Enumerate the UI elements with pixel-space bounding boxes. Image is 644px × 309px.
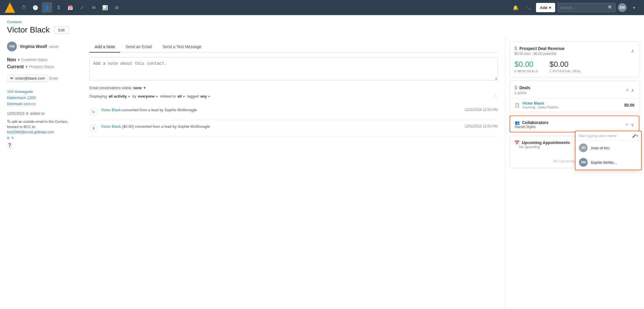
envelope-icon: ✉	[10, 76, 13, 80]
won-amount-block: $0.00 0 WON DEALS	[515, 60, 538, 73]
nav-dollar[interactable]: $	[53, 2, 64, 13]
owner-info: Virginia Woolf owner	[20, 44, 59, 49]
note-textarea[interactable]	[89, 57, 498, 80]
dropdown-avatar-1: SM	[579, 158, 588, 167]
prospect-status-arrow[interactable]: ▼	[25, 65, 28, 69]
email-badge[interactable]: ✉ victor@black.com	[7, 75, 48, 82]
activity-text-0: Victor Black converted from a lead by So…	[101, 108, 461, 112]
collaborators-title-block: 👥 Collaborators Harriet Styles	[515, 120, 548, 129]
edit-button[interactable]: Edit	[54, 26, 69, 34]
owner-row: VW Virginia Woolf owner	[7, 42, 78, 51]
nav-clock[interactable]: 🕐	[30, 2, 41, 13]
deal-list-item: 📋 Victor Black Incoming · Sales Pipeline…	[510, 98, 639, 112]
prospect-status-item: Current ▼ Prospect Status	[7, 64, 78, 69]
email-visible-row: Email conversations visible: none ▼	[89, 86, 498, 90]
copy-icon[interactable]: ⧉	[7, 135, 10, 141]
collaborators-card: 👥 Collaborators Harriet Styles + ∨ 🎤▾	[510, 116, 639, 132]
date-row: 12/02/2019 🗓 added on	[7, 112, 78, 116]
collaborator-search-input[interactable]	[578, 134, 630, 138]
nav-speedometer[interactable]: ⏱	[19, 2, 29, 13]
activity-date-1: 12/02/2019 12:50 PM	[464, 124, 498, 128]
tabs-row: Add a Note Send an Email Send a Text Mes…	[89, 42, 498, 53]
page-header: Contacts Victor Black Edit	[0, 15, 644, 37]
email-visible-arrow[interactable]: ▼	[143, 86, 146, 90]
collaborator-dropdown: 🎤▾ JO Joan of Arc SM Sophie McMo...	[575, 131, 642, 170]
breadcrumb[interactable]: Contacts	[7, 20, 637, 24]
status-section: Non ▼ Customer Status Current ▼ Prospect…	[7, 57, 78, 69]
nav-chart[interactable]: 📊	[100, 2, 110, 13]
tab-send-text[interactable]: Send a Text Message	[157, 42, 206, 53]
user-avatar[interactable]: SM	[618, 3, 627, 12]
tab-send-email[interactable]: Send an Email	[120, 42, 157, 53]
dollar-icon: $	[515, 46, 517, 51]
dropdown-avatar-0: JO	[579, 143, 588, 152]
tab-add-note[interactable]: Add a Note	[89, 42, 120, 53]
activity-text-1: Victor Black ($0.00) converted from a le…	[101, 124, 461, 129]
nav-mail[interactable]: ✉	[88, 2, 99, 13]
nav-phone[interactable]: 📞	[523, 2, 534, 13]
prospect-deal-header: $ Prospect Deal Revenue $0.00 won · $0.0…	[510, 42, 639, 59]
activity-link-1[interactable]: Victor Black	[101, 124, 121, 129]
deal-amounts: $0.00 0 WON DEALS $0.00 1 POTENTIAL DEAL	[510, 59, 639, 77]
owner-avatar: VW	[7, 42, 17, 51]
middle-content: Add a Note Send an Email Send a Text Mes…	[82, 37, 505, 309]
info-section: ✉ victor@black.com Email	[7, 75, 78, 84]
activity-icon-0: ↻	[89, 108, 98, 116]
prospect-deal-collapse[interactable]: ∧	[631, 48, 634, 54]
activity-date-0: 12/02/2019 12:50 PM	[464, 108, 498, 112]
collaborators-header: 👥 Collaborators Harriet Styles + ∨	[510, 116, 639, 132]
search-input[interactable]	[560, 6, 606, 10]
dropdown-item-1[interactable]: SM Sophie McMo...	[575, 155, 641, 170]
top-nav: ⏱ 🕐 👤 $ 📅 ✓ ✉ 📊 ⚙ 🔔 📞 Add ▾ 🔍 SM ▾	[0, 0, 644, 15]
deals-title-block: $ Deals 1 active	[515, 85, 530, 95]
deals-dollar-icon: $	[515, 85, 517, 90]
right-panel: $ Prospect Deal Revenue $0.00 won · $0.0…	[505, 37, 644, 309]
main-container: Contacts Victor Black Edit VW Virginia W…	[0, 15, 644, 309]
content-area: VW Virginia Woolf owner Non ▼ Customer S…	[0, 37, 644, 309]
chevron-down-icon: ▾	[549, 6, 551, 10]
fwd-icon-row: ⧉ ↻	[7, 135, 78, 141]
star-button[interactable]: ☆	[494, 94, 498, 99]
app-logo	[5, 2, 15, 13]
nav-bell[interactable]: 🔔	[510, 2, 521, 13]
filter-any[interactable]: any	[200, 94, 211, 98]
collaborators-add[interactable]: +	[626, 122, 628, 127]
activity-link-0[interactable]: Victor Black	[101, 108, 121, 112]
prospect-deal-title-block: $ Prospect Deal Revenue $0.00 won · $0.0…	[515, 46, 565, 56]
search-icon: 🔍	[608, 5, 613, 10]
add-button[interactable]: Add ▾	[536, 3, 555, 12]
calendar-icon: 🗓	[26, 112, 29, 116]
activity-item: ↻ Victor Black converted from a lead by …	[89, 104, 498, 120]
calendar-icon-upcoming: 📅	[515, 140, 519, 145]
nav-gear[interactable]: ⚙	[111, 2, 122, 13]
activity-list: ↻ Victor Black converted from a lead by …	[89, 104, 498, 137]
filter-activity[interactable]: all activity	[109, 94, 131, 98]
potential-amount-block: $0.00 1 POTENTIAL DEAL	[550, 60, 582, 73]
nav-check[interactable]: ✓	[77, 2, 87, 13]
search-box[interactable]: 🔍	[557, 3, 616, 12]
user-menu-dropdown[interactable]: ▾	[629, 2, 639, 13]
deals-header: $ Deals 1 active + ∧	[510, 81, 639, 98]
nav-person[interactable]: 👤	[42, 2, 52, 13]
customer-status-arrow[interactable]: ▼	[17, 58, 20, 62]
filter-everyone[interactable]: everyone	[138, 94, 158, 98]
refresh-icon[interactable]: ↻	[11, 135, 14, 141]
deal-item-icon: 📋	[515, 103, 519, 107]
address-block: 10A Snaregade København 1205 Denmark add…	[7, 89, 78, 107]
filter-all[interactable]: all	[177, 94, 185, 98]
collaborators-icon: 👥	[515, 120, 520, 125]
page-title-row: Victor Black Edit	[7, 25, 637, 35]
deals-card: $ Deals 1 active + ∧ 📋 Victor Black Inco	[510, 81, 639, 112]
help-icon[interactable]: ❓	[7, 143, 12, 148]
customer-status-item: Non ▼ Customer Status	[7, 57, 78, 62]
deals-add[interactable]: +	[626, 87, 629, 93]
activity-item-1: $ Victor Black ($0.00) converted from a …	[89, 120, 498, 137]
dropdown-item-0[interactable]: JO Joan of Arc	[575, 141, 641, 155]
filter-row: Displaying all activity by everyone rela…	[89, 94, 498, 99]
prospect-deal-card: $ Prospect Deal Revenue $0.00 won · $0.0…	[510, 42, 639, 77]
collaborators-collapse[interactable]: ∨	[631, 122, 634, 127]
left-sidebar: VW Virginia Woolf owner Non ▼ Customer S…	[7, 37, 82, 309]
deals-collapse[interactable]: ∧	[631, 87, 634, 93]
upcoming-title-block: 📅 Upcoming Appointments No upcoming	[515, 140, 570, 151]
nav-calendar[interactable]: 📅	[65, 2, 75, 13]
